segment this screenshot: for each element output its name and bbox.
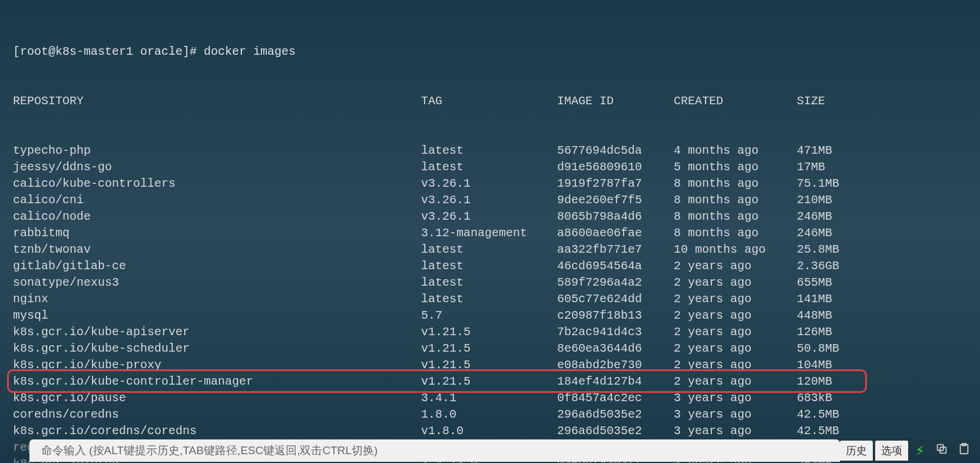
cell-size: 210MB — [797, 192, 832, 209]
header-size: SIZE — [797, 93, 825, 110]
table-row: k8s.gcr.io/kube-controller-managerv1.21.… — [13, 373, 967, 390]
cell-created: 5 months ago — [674, 159, 797, 176]
options-button[interactable]: 选项 — [875, 441, 908, 461]
cell-imageid: 8065b798a4d6 — [557, 209, 674, 225]
cell-imageid: 605c77e624dd — [557, 291, 674, 307]
cell-created: 8 months ago — [674, 225, 797, 242]
cell-tag: v3.26.1 — [421, 192, 557, 209]
cell-repository: k8s.gcr.io/pause — [13, 390, 421, 406]
cell-created: 2 years ago — [674, 357, 797, 373]
cell-repository: coredns/coredns — [13, 406, 421, 423]
cell-imageid: d91e56809610 — [557, 159, 674, 176]
paste-icon[interactable] — [954, 442, 974, 459]
cell-imageid: 296a6d5035e2 — [557, 406, 674, 423]
cell-size: 25.8MB — [797, 242, 839, 258]
bottom-toolbar: 命令输入 (按ALT键提示历史,TAB键路径,ESC键返回,双击CTRL切换) … — [0, 438, 980, 463]
cell-created: 3 years ago — [674, 406, 797, 423]
cell-size: 141MB — [797, 291, 832, 307]
cell-created: 8 months ago — [674, 209, 797, 225]
cell-imageid: 8e60ea3644d6 — [557, 340, 674, 357]
cell-size: 17MB — [797, 159, 825, 176]
cell-tag: latest — [421, 159, 557, 176]
cell-imageid: e08abd2be730 — [557, 357, 674, 373]
cell-imageid: a8600ae06fae — [557, 225, 674, 242]
cell-created: 3 years ago — [674, 390, 797, 406]
cell-tag: latest — [421, 258, 557, 275]
cell-created: 8 months ago — [674, 176, 797, 192]
cell-tag: v1.21.5 — [421, 340, 557, 357]
cell-imageid: 0f8457a4c2ec — [557, 390, 674, 406]
history-button[interactable]: 历史 — [840, 441, 873, 461]
cell-tag: v1.8.0 — [421, 423, 557, 439]
cell-tag: 1.8.0 — [421, 406, 557, 423]
table-row: calico/nodev3.26.18065b798a4d68 months a… — [13, 209, 967, 225]
table-row: k8s.gcr.io/pause3.4.10f8457a4c2ec3 years… — [13, 390, 967, 406]
header-repository: REPOSITORY — [13, 93, 421, 110]
cell-repository: mysql — [13, 307, 421, 324]
header-tag: TAG — [421, 93, 557, 110]
table-row: coredns/coredns1.8.0296a6d5035e23 years … — [13, 406, 967, 423]
cell-repository: sonatype/nexus3 — [13, 275, 421, 291]
table-row: rabbitmq3.12-managementa8600ae06fae8 mon… — [13, 225, 967, 242]
cell-tag: v3.26.1 — [421, 209, 557, 225]
cell-repository: k8s.gcr.io/kube-proxy — [13, 357, 421, 373]
command-prompt: [root@k8s-master1 oracle]# docker images — [13, 44, 967, 60]
cell-imageid: 184ef4d127b4 — [557, 373, 674, 390]
cell-size: 655MB — [797, 275, 832, 291]
table-header: REPOSITORY TAG IMAGE ID CREATED SIZE — [13, 93, 967, 110]
cell-tag: latest — [421, 275, 557, 291]
table-row: k8s.gcr.io/kube-proxyv1.21.5e08abd2be730… — [13, 357, 967, 373]
cell-repository: jeessy/ddns-go — [13, 159, 421, 176]
cell-created: 2 years ago — [674, 340, 797, 357]
cell-repository: k8s.gcr.io/coredns/coredns — [13, 423, 421, 439]
cell-imageid: aa322fb771e7 — [557, 242, 674, 258]
cell-size: 448MB — [797, 307, 832, 324]
cell-tag: latest — [421, 242, 557, 258]
cell-size: 683kB — [797, 390, 832, 406]
header-created: CREATED — [674, 93, 797, 110]
cell-created: 10 months ago — [674, 242, 797, 258]
cell-tag: v3.26.1 — [421, 176, 557, 192]
cell-size: 126MB — [797, 324, 832, 340]
table-row: k8s.gcr.io/kube-apiserverv1.21.57b2ac941… — [13, 324, 967, 340]
cell-tag: 5.7 — [421, 307, 557, 324]
cell-repository: calico/kube-controllers — [13, 176, 421, 192]
table-row: gitlab/gitlab-celatest46cd6954564a2 year… — [13, 258, 967, 275]
table-row: nginxlatest605c77e624dd2 years ago141MB — [13, 291, 967, 307]
cell-imageid: 9dee260ef7f5 — [557, 192, 674, 209]
cell-repository: k8s.gcr.io/kube-apiserver — [13, 324, 421, 340]
table-row: jeessy/ddns-golatestd91e568096105 months… — [13, 159, 967, 176]
cell-imageid: 1919f2787fa7 — [557, 176, 674, 192]
cell-created: 8 months ago — [674, 192, 797, 209]
cell-tag: v1.21.5 — [421, 357, 557, 373]
terminal-output[interactable]: [root@k8s-master1 oracle]# docker images… — [0, 0, 980, 463]
cell-tag: 3.4.1 — [421, 390, 557, 406]
cell-repository: rabbitmq — [13, 225, 421, 242]
table-row: typecho-phplatest5677694dc5da4 months ag… — [13, 143, 967, 159]
cell-imageid: 46cd6954564a — [557, 258, 674, 275]
cell-created: 2 years ago — [674, 373, 797, 390]
cell-imageid: c20987f18b13 — [557, 307, 674, 324]
command-input[interactable]: 命令输入 (按ALT键提示历史,TAB键路径,ESC键返回,双击CTRL切换) — [29, 439, 840, 462]
cell-tag: 3.12-management — [421, 225, 557, 242]
table-row: k8s.gcr.io/coredns/corednsv1.8.0296a6d50… — [13, 423, 967, 439]
table-row: mysql5.7c20987f18b132 years ago448MB — [13, 307, 967, 324]
header-imageid: IMAGE ID — [557, 93, 674, 110]
cell-created: 2 years ago — [674, 291, 797, 307]
cell-tag: latest — [421, 143, 557, 159]
lightning-icon[interactable]: ⚡ — [911, 441, 929, 460]
input-placeholder: 命令输入 (按ALT键提示历史,TAB键路径,ESC键返回,双击CTRL切换) — [41, 443, 378, 458]
cell-size: 246MB — [797, 225, 832, 242]
cell-size: 471MB — [797, 143, 832, 159]
cell-repository: k8s.gcr.io/kube-controller-manager — [13, 373, 421, 390]
cell-tag: v1.21.5 — [421, 373, 557, 390]
cell-size: 42.5MB — [797, 423, 839, 439]
cell-created: 2 years ago — [674, 275, 797, 291]
cell-size: 50.8MB — [797, 340, 839, 357]
copy-icon[interactable] — [932, 442, 952, 459]
cell-created: 2 years ago — [674, 324, 797, 340]
cell-repository: calico/cni — [13, 192, 421, 209]
cell-size: 120MB — [797, 373, 832, 390]
cell-repository: calico/node — [13, 209, 421, 225]
cell-created: 3 years ago — [674, 423, 797, 439]
